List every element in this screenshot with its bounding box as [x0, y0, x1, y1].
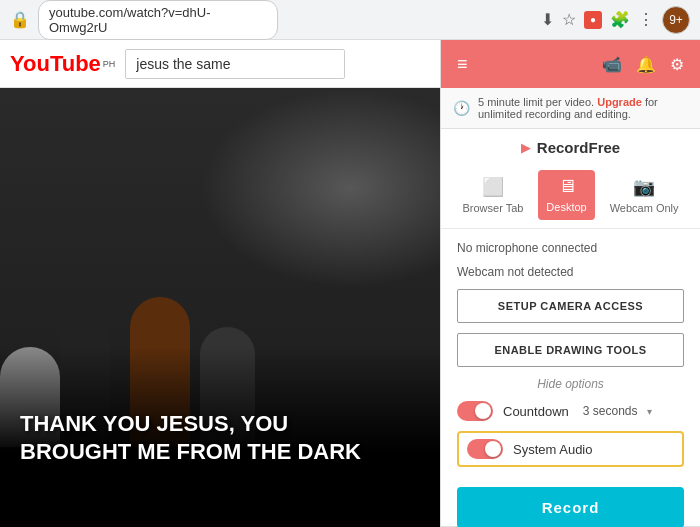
webcam-icon: 📷 — [633, 176, 655, 198]
tab-webcam[interactable]: 📷 Webcam Only — [602, 170, 687, 220]
video-subtitle: THANK YOU JESUS, YOU BROUGHT ME FROM THE… — [20, 410, 361, 467]
header-icons: 📹 🔔 ⚙ — [602, 55, 684, 74]
countdown-dropdown-arrow[interactable]: ▾ — [647, 406, 652, 417]
extension-icon[interactable]: ● — [584, 11, 602, 29]
webcam-status: Webcam not detected — [457, 265, 684, 279]
star-icon[interactable]: ☆ — [562, 10, 576, 29]
browser-bar: 🔒 youtube.com/watch?v=dhU-Omwg2rU ⬇ ☆ ● … — [0, 0, 700, 40]
clock-icon: 🕐 — [453, 100, 470, 116]
countdown-label: Countdown — [503, 404, 569, 419]
mode-tabs: ⬜ Browser Tab 🖥 Desktop 📷 Webcam Only — [441, 162, 700, 229]
hide-options-link[interactable]: Hide options — [457, 377, 684, 391]
drawing-tools-button[interactable]: ENABLE DRAWING TOOLS — [457, 333, 684, 367]
upgrade-link[interactable]: Upgrade — [597, 96, 642, 108]
microphone-status: No microphone connected — [457, 241, 684, 255]
system-audio-label: System Audio — [513, 442, 593, 457]
puzzle-icon[interactable]: 🧩 — [610, 10, 630, 29]
brand-logo-icon: ▶ — [521, 140, 531, 155]
url-bar[interactable]: youtube.com/watch?v=dhU-Omwg2rU — [38, 0, 278, 40]
menu-icon[interactable]: ⋮ — [638, 10, 654, 29]
tab-browser[interactable]: ⬜ Browser Tab — [454, 170, 531, 220]
record-popup: ≡ 📹 🔔 ⚙ 🕐 5 minute limit per video. Upgr… — [440, 40, 700, 527]
countdown-toggle[interactable] — [457, 401, 493, 421]
browser-tab-icon: ⬜ — [482, 176, 504, 198]
toggle-knob — [475, 403, 491, 419]
countdown-row: Countdown 3 seconds ▾ — [457, 401, 684, 421]
countdown-value: 3 seconds — [583, 404, 638, 418]
tab-desktop[interactable]: 🖥 Desktop — [538, 170, 594, 220]
settings-icon[interactable]: ⚙ — [670, 55, 684, 74]
timer-notice: 🕐 5 minute limit per video. Upgrade for … — [441, 88, 700, 129]
browser-tab-label: Browser Tab — [462, 202, 523, 214]
youtube-search-input[interactable] — [125, 49, 345, 79]
webcam-tab-label: Webcam Only — [610, 202, 679, 214]
download-icon[interactable]: ⬇ — [541, 10, 554, 29]
brand-name: RecordFree — [537, 139, 620, 156]
bell-icon[interactable]: 🔔 — [636, 55, 656, 74]
desktop-icon: 🖥 — [558, 176, 576, 197]
system-audio-toggle[interactable] — [467, 439, 503, 459]
hamburger-icon[interactable]: ≡ — [457, 54, 468, 75]
video-icon[interactable]: 📹 — [602, 55, 622, 74]
desktop-tab-label: Desktop — [546, 201, 586, 213]
setup-camera-button[interactable]: SETUP CAMERA ACCESS — [457, 289, 684, 323]
lock-icon: 🔒 — [10, 10, 30, 29]
system-audio-row: System Audio — [457, 431, 684, 467]
brand-area: ▶ RecordFree — [441, 129, 700, 162]
popup-header: ≡ 📹 🔔 ⚙ — [441, 40, 700, 88]
record-button[interactable]: Record — [457, 487, 684, 527]
system-audio-knob — [485, 441, 501, 457]
user-avatar[interactable]: 9+ — [662, 6, 690, 34]
popup-content: No microphone connected Webcam not detec… — [441, 229, 700, 527]
browser-toolbar: ⬇ ☆ ● 🧩 ⋮ 9+ — [541, 6, 690, 34]
youtube-logo: YouTubePH — [10, 51, 115, 77]
